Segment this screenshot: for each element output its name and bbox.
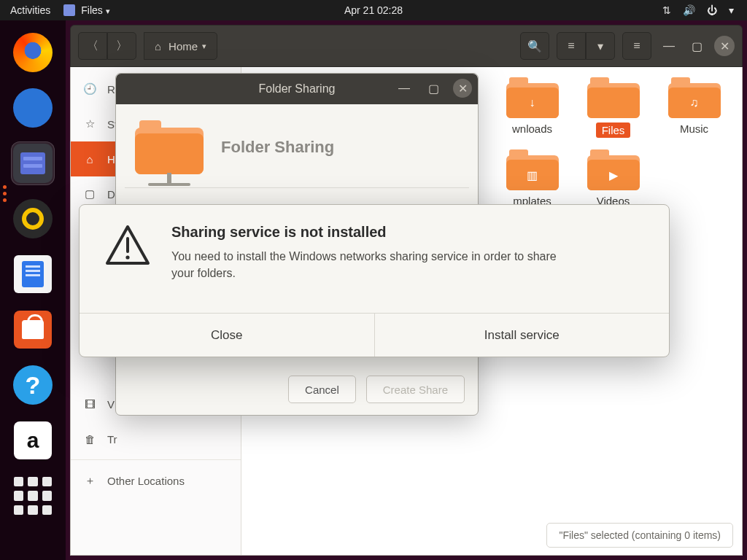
sharing-not-installed-alert: Sharing service is not installed You nee… (79, 204, 670, 357)
alert-title: Sharing service is not installed (171, 224, 580, 241)
warning-icon (104, 224, 151, 266)
alert-close-button[interactable]: Close (80, 314, 374, 357)
alert-install-button[interactable]: Install service (374, 314, 670, 357)
svg-point-1 (125, 255, 129, 259)
alert-body: You need to install the Windows networks… (171, 248, 580, 281)
